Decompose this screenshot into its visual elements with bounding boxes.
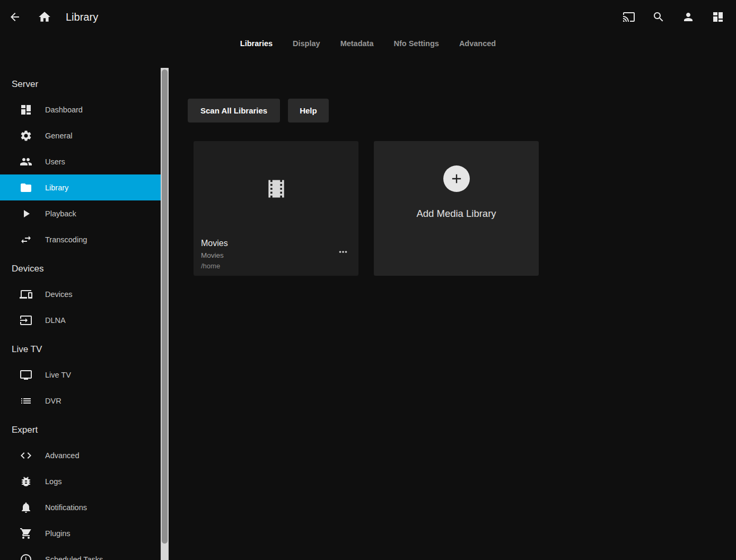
sidebar-item-notifications[interactable]: Notifications bbox=[0, 494, 161, 520]
sidebar-item-dvr[interactable]: DVR bbox=[0, 388, 161, 414]
library-card-title: Movies bbox=[201, 239, 351, 248]
tab-nfo-settings[interactable]: Nfo Settings bbox=[391, 39, 442, 48]
home-button[interactable] bbox=[32, 4, 57, 30]
tab-metadata[interactable]: Metadata bbox=[337, 39, 377, 48]
input-icon bbox=[20, 314, 32, 327]
cart-icon bbox=[20, 527, 32, 540]
sidebar-item-transcoding[interactable]: Transcoding bbox=[0, 226, 161, 252]
user-button[interactable] bbox=[673, 4, 703, 30]
sidebar-item-label: Logs bbox=[45, 477, 62, 486]
library-card-more-button[interactable] bbox=[333, 243, 353, 261]
code-icon bbox=[20, 449, 32, 462]
film-strip-icon bbox=[265, 177, 288, 200]
header-actions bbox=[614, 4, 733, 30]
library-actions: Scan All Libraries Help bbox=[188, 99, 736, 122]
sidebar-item-plugins[interactable]: Plugins bbox=[0, 520, 161, 546]
sidebar-item-users[interactable]: Users bbox=[0, 148, 161, 174]
sidebar-item-livetv[interactable]: Live TV bbox=[0, 362, 161, 388]
sidebar-item-label: Playback bbox=[45, 209, 76, 218]
sidebar-scrollbar-thumb[interactable] bbox=[162, 69, 168, 544]
bell-icon bbox=[20, 501, 32, 514]
back-icon bbox=[8, 11, 21, 23]
sidebar-heading-devices: Devices bbox=[0, 260, 161, 278]
library-card-path: /home bbox=[201, 262, 351, 270]
sidebar-section-livetv: Live TV Live TV DVR bbox=[0, 340, 161, 414]
sidebar-item-label: Library bbox=[45, 183, 68, 192]
sidebar-section-devices: Devices Devices DLNA bbox=[0, 260, 161, 333]
help-button[interactable]: Help bbox=[288, 99, 329, 122]
sidebar-item-dashboard[interactable]: Dashboard bbox=[0, 97, 161, 122]
users-icon bbox=[20, 155, 32, 168]
swap-icon bbox=[20, 233, 32, 246]
add-media-library-label: Add Media Library bbox=[416, 208, 496, 220]
sidebar-item-label: Scheduled Tasks bbox=[45, 555, 103, 560]
play-icon bbox=[20, 207, 32, 220]
settings-tab-bar: Libraries Display Metadata Nfo Settings … bbox=[0, 34, 736, 53]
sidebar-item-dlna[interactable]: DLNA bbox=[0, 307, 161, 333]
plus-circle-icon bbox=[443, 165, 470, 192]
sidebar-item-label: DLNA bbox=[45, 316, 66, 325]
libraries-panel: Scan All Libraries Help Movies Movies /h… bbox=[169, 68, 736, 560]
app-grid-button[interactable] bbox=[703, 4, 733, 30]
user-icon bbox=[682, 11, 695, 23]
sidebar-item-logs[interactable]: Logs bbox=[0, 468, 161, 494]
sidebar-item-playback[interactable]: Playback bbox=[0, 200, 161, 226]
sidebar-section-server: Server Dashboard General Users Library bbox=[0, 75, 161, 252]
sidebar-heading-server: Server bbox=[0, 75, 161, 93]
sidebar-item-general[interactable]: General bbox=[0, 122, 161, 148]
sidebar-item-label: Live TV bbox=[45, 371, 71, 379]
sidebar-item-label: Notifications bbox=[45, 503, 87, 512]
bug-icon bbox=[20, 475, 32, 488]
tab-advanced[interactable]: Advanced bbox=[456, 39, 499, 48]
folder-icon bbox=[20, 181, 32, 194]
back-button[interactable] bbox=[2, 4, 28, 30]
sidebar-item-label: Users bbox=[45, 158, 65, 166]
tv-icon bbox=[20, 369, 32, 381]
admin-sidebar: Server Dashboard General Users Library bbox=[0, 68, 161, 560]
sidebar-scrollbar-track[interactable] bbox=[161, 68, 169, 560]
sidebar-item-label: General bbox=[45, 132, 73, 140]
cast-button[interactable] bbox=[614, 4, 644, 30]
library-card-movies[interactable]: Movies Movies /home bbox=[194, 141, 358, 276]
cast-icon bbox=[623, 11, 635, 23]
sidebar-item-scheduled-tasks[interactable]: Scheduled Tasks bbox=[0, 546, 161, 560]
tab-libraries[interactable]: Libraries bbox=[237, 39, 276, 48]
devices-icon bbox=[20, 288, 32, 301]
home-icon bbox=[38, 10, 51, 24]
page-title: Library bbox=[66, 11, 98, 23]
list-icon bbox=[20, 395, 32, 407]
sidebar-item-advanced[interactable]: Advanced bbox=[0, 442, 161, 468]
sidebar-item-label: Plugins bbox=[45, 529, 71, 538]
search-button[interactable] bbox=[644, 4, 673, 30]
sidebar-item-label: Transcoding bbox=[45, 235, 87, 244]
scan-all-libraries-button[interactable]: Scan All Libraries bbox=[188, 99, 280, 122]
sidebar-heading-expert: Expert bbox=[0, 421, 161, 439]
sidebar-heading-livetv: Live TV bbox=[0, 340, 161, 358]
top-navbar: Library bbox=[0, 0, 736, 34]
sidebar-item-label: Advanced bbox=[45, 451, 80, 460]
clock-icon bbox=[20, 553, 32, 560]
search-icon bbox=[652, 11, 665, 23]
library-card-type: Movies bbox=[201, 251, 351, 259]
sidebar-item-label: Devices bbox=[45, 290, 73, 299]
sidebar-item-library[interactable]: Library bbox=[0, 174, 161, 200]
dashboard-grid-icon bbox=[712, 11, 724, 23]
gear-icon bbox=[20, 129, 32, 142]
library-card-list: Movies Movies /home Add Media Library bbox=[194, 141, 736, 276]
dashboard-icon bbox=[20, 103, 32, 116]
sidebar-item-label: DVR bbox=[45, 397, 62, 405]
more-horizontal-icon bbox=[337, 246, 349, 258]
sidebar-item-devices[interactable]: Devices bbox=[0, 281, 161, 307]
library-card-image bbox=[194, 141, 358, 237]
tab-display[interactable]: Display bbox=[290, 39, 323, 48]
add-media-library-card[interactable]: Add Media Library bbox=[374, 141, 539, 276]
sidebar-item-label: Dashboard bbox=[45, 106, 83, 114]
sidebar-section-expert: Expert Advanced Logs Notifications Plugi… bbox=[0, 421, 161, 560]
